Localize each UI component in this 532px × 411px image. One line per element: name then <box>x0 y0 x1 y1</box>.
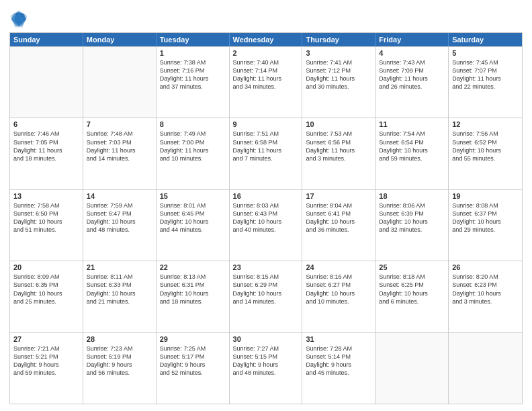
calendar-row-1: 6Sunrise: 7:46 AM Sunset: 7:05 PM Daylig… <box>10 118 522 189</box>
day-number: 27 <box>13 335 79 343</box>
cell-content: Sunrise: 7:43 AM Sunset: 7:09 PM Dayligh… <box>379 59 428 90</box>
calendar-cell: 6Sunrise: 7:46 AM Sunset: 7:05 PM Daylig… <box>10 118 83 189</box>
day-number: 17 <box>306 192 371 200</box>
cell-content: Sunrise: 7:58 AM Sunset: 6:50 PM Dayligh… <box>13 202 62 233</box>
calendar-cell: 27Sunrise: 7:21 AM Sunset: 5:21 PM Dayli… <box>10 333 83 404</box>
calendar-cell: 26Sunrise: 8:20 AM Sunset: 6:23 PM Dayli… <box>449 261 522 332</box>
day-number: 4 <box>379 49 445 57</box>
calendar-cell: 16Sunrise: 8:03 AM Sunset: 6:43 PM Dayli… <box>230 190 303 261</box>
calendar-cell: 30Sunrise: 7:27 AM Sunset: 5:15 PM Dayli… <box>230 333 303 404</box>
cell-content: Sunrise: 7:46 AM Sunset: 7:05 PM Dayligh… <box>13 130 62 161</box>
calendar: SundayMondayTuesdayWednesdayThursdayFrid… <box>9 32 523 404</box>
day-number: 11 <box>379 120 445 128</box>
calendar-cell: 28Sunrise: 7:23 AM Sunset: 5:19 PM Dayli… <box>83 333 157 404</box>
cell-content: Sunrise: 8:11 AM Sunset: 6:33 PM Dayligh… <box>87 273 136 304</box>
cell-content: Sunrise: 8:04 AM Sunset: 6:41 PM Dayligh… <box>306 202 355 233</box>
calendar-cell <box>83 47 157 118</box>
cell-content: Sunrise: 7:41 AM Sunset: 7:12 PM Dayligh… <box>306 59 355 90</box>
calendar-cell: 18Sunrise: 8:06 AM Sunset: 6:39 PM Dayli… <box>375 190 449 261</box>
cell-content: Sunrise: 7:51 AM Sunset: 6:58 PM Dayligh… <box>233 130 282 161</box>
day-number: 14 <box>87 192 152 200</box>
cell-content: Sunrise: 8:16 AM Sunset: 6:27 PM Dayligh… <box>306 273 355 304</box>
calendar-cell: 31Sunrise: 7:28 AM Sunset: 5:14 PM Dayli… <box>302 333 375 404</box>
day-number: 10 <box>306 120 371 128</box>
calendar-cell: 7Sunrise: 7:48 AM Sunset: 7:03 PM Daylig… <box>83 118 157 189</box>
day-number: 24 <box>306 263 371 271</box>
calendar-row-0: 1Sunrise: 7:38 AM Sunset: 7:16 PM Daylig… <box>10 46 522 118</box>
calendar-cell: 14Sunrise: 7:59 AM Sunset: 6:47 PM Dayli… <box>83 190 157 261</box>
day-number: 22 <box>160 263 226 271</box>
day-number: 31 <box>306 335 371 343</box>
cell-content: Sunrise: 7:23 AM Sunset: 5:19 PM Dayligh… <box>87 345 133 376</box>
calendar-cell: 19Sunrise: 8:08 AM Sunset: 6:37 PM Dayli… <box>449 190 522 261</box>
header-day-tuesday: Tuesday <box>157 33 230 46</box>
day-number: 23 <box>233 263 299 271</box>
calendar-cell: 13Sunrise: 7:58 AM Sunset: 6:50 PM Dayli… <box>10 190 83 261</box>
cell-content: Sunrise: 7:45 AM Sunset: 7:07 PM Dayligh… <box>452 59 501 90</box>
calendar-cell: 10Sunrise: 7:53 AM Sunset: 6:56 PM Dayli… <box>302 118 375 189</box>
cell-content: Sunrise: 8:15 AM Sunset: 6:29 PM Dayligh… <box>233 273 282 304</box>
cell-content: Sunrise: 8:06 AM Sunset: 6:39 PM Dayligh… <box>379 202 428 233</box>
calendar-cell: 29Sunrise: 7:25 AM Sunset: 5:17 PM Dayli… <box>157 333 230 404</box>
calendar-cell: 21Sunrise: 8:11 AM Sunset: 6:33 PM Dayli… <box>83 261 157 332</box>
cell-content: Sunrise: 7:56 AM Sunset: 6:52 PM Dayligh… <box>452 130 501 161</box>
calendar-cell: 25Sunrise: 8:18 AM Sunset: 6:25 PM Dayli… <box>375 261 449 332</box>
cell-content: Sunrise: 7:27 AM Sunset: 5:15 PM Dayligh… <box>233 345 279 376</box>
cell-content: Sunrise: 8:20 AM Sunset: 6:23 PM Dayligh… <box>452 273 501 304</box>
header-day-thursday: Thursday <box>302 33 375 46</box>
cell-content: Sunrise: 8:03 AM Sunset: 6:43 PM Dayligh… <box>233 202 282 233</box>
calendar-row-2: 13Sunrise: 7:58 AM Sunset: 6:50 PM Dayli… <box>10 189 522 261</box>
calendar-cell: 12Sunrise: 7:56 AM Sunset: 6:52 PM Dayli… <box>449 118 522 189</box>
cell-content: Sunrise: 8:13 AM Sunset: 6:31 PM Dayligh… <box>160 273 209 304</box>
calendar-cell: 24Sunrise: 8:16 AM Sunset: 6:27 PM Dayli… <box>302 261 375 332</box>
day-number: 6 <box>13 120 79 128</box>
cell-content: Sunrise: 7:25 AM Sunset: 5:17 PM Dayligh… <box>160 345 206 376</box>
cell-content: Sunrise: 7:48 AM Sunset: 7:03 PM Dayligh… <box>87 130 136 161</box>
cell-content: Sunrise: 8:09 AM Sunset: 6:35 PM Dayligh… <box>13 273 62 304</box>
calendar-cell: 22Sunrise: 8:13 AM Sunset: 6:31 PM Dayli… <box>157 261 230 332</box>
header-day-friday: Friday <box>375 33 449 46</box>
day-number: 2 <box>233 49 299 57</box>
day-number: 25 <box>379 263 445 271</box>
day-number: 28 <box>87 335 152 343</box>
calendar-cell: 15Sunrise: 8:01 AM Sunset: 6:45 PM Dayli… <box>157 190 230 261</box>
cell-content: Sunrise: 8:08 AM Sunset: 6:37 PM Dayligh… <box>452 202 501 233</box>
cell-content: Sunrise: 7:54 AM Sunset: 6:54 PM Dayligh… <box>379 130 428 161</box>
logo <box>9 9 31 28</box>
day-number: 15 <box>160 192 226 200</box>
day-number: 18 <box>379 192 445 200</box>
day-number: 21 <box>87 263 152 271</box>
calendar-cell: 5Sunrise: 7:45 AM Sunset: 7:07 PM Daylig… <box>449 47 522 118</box>
day-number: 29 <box>160 335 226 343</box>
day-number: 5 <box>452 49 519 57</box>
header <box>9 7 523 28</box>
cell-content: Sunrise: 7:53 AM Sunset: 6:56 PM Dayligh… <box>306 130 355 161</box>
calendar-cell: 20Sunrise: 8:09 AM Sunset: 6:35 PM Dayli… <box>10 261 83 332</box>
cell-content: Sunrise: 7:49 AM Sunset: 7:00 PM Dayligh… <box>160 130 209 161</box>
calendar-row-3: 20Sunrise: 8:09 AM Sunset: 6:35 PM Dayli… <box>10 261 522 332</box>
calendar-cell: 2Sunrise: 7:40 AM Sunset: 7:14 PM Daylig… <box>230 47 303 118</box>
header-day-wednesday: Wednesday <box>230 33 303 46</box>
calendar-cell: 17Sunrise: 8:04 AM Sunset: 6:41 PM Dayli… <box>302 190 375 261</box>
calendar-cell <box>449 333 522 404</box>
cell-content: Sunrise: 8:18 AM Sunset: 6:25 PM Dayligh… <box>379 273 428 304</box>
cell-content: Sunrise: 7:40 AM Sunset: 7:14 PM Dayligh… <box>233 59 282 90</box>
header-day-sunday: Sunday <box>10 33 83 46</box>
page: SundayMondayTuesdayWednesdayThursdayFrid… <box>0 0 532 411</box>
calendar-body: 1Sunrise: 7:38 AM Sunset: 7:16 PM Daylig… <box>10 46 522 404</box>
day-number: 19 <box>452 192 519 200</box>
cell-content: Sunrise: 7:59 AM Sunset: 6:47 PM Dayligh… <box>87 202 136 233</box>
logo-icon <box>9 9 28 28</box>
day-number: 12 <box>452 120 519 128</box>
calendar-cell <box>10 47 83 118</box>
day-number: 9 <box>233 120 299 128</box>
calendar-cell: 9Sunrise: 7:51 AM Sunset: 6:58 PM Daylig… <box>230 118 303 189</box>
cell-content: Sunrise: 7:21 AM Sunset: 5:21 PM Dayligh… <box>13 345 60 376</box>
calendar-cell <box>375 333 449 404</box>
header-day-monday: Monday <box>83 33 157 46</box>
cell-content: Sunrise: 7:38 AM Sunset: 7:16 PM Dayligh… <box>160 59 209 90</box>
header-day-saturday: Saturday <box>449 33 522 46</box>
calendar-cell: 23Sunrise: 8:15 AM Sunset: 6:29 PM Dayli… <box>230 261 303 332</box>
calendar-cell: 8Sunrise: 7:49 AM Sunset: 7:00 PM Daylig… <box>157 118 230 189</box>
day-number: 3 <box>306 49 371 57</box>
